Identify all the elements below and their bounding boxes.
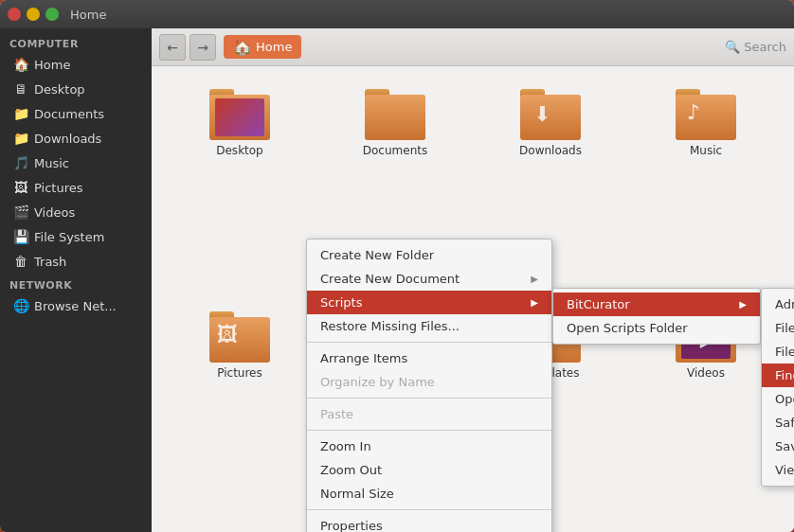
sidebar-item-videos-label: Videos [34, 205, 75, 220]
menu-organize: Organize by Name [307, 370, 551, 394]
videos-icon: 🎬 [13, 204, 28, 220]
folder-icon-music: ♪ [676, 89, 736, 140]
sidebar-item-desktop[interactable]: 🖥 Desktop [4, 78, 148, 100]
sidebar-item-pictures[interactable]: 🖼 Pictures [4, 176, 148, 199]
context-menu-bitcurator: Admin File Analysis FileInfo Find Files … [761, 288, 794, 487]
menu-zoom-out[interactable]: Zoom Out [307, 458, 551, 482]
main-window: Home Computer 🏠 Home 🖥 Desktop 📁 Documen… [0, 0, 794, 532]
toolbar: ← → 🏠 Home 🔍 Search [152, 28, 794, 66]
file-item-pictures[interactable]: 🖼 Pictures [167, 304, 313, 517]
file-item-music[interactable]: ♪ Music [633, 81, 779, 294]
file-label-videos: Videos [687, 366, 725, 380]
folder-icon-downloads: ⬇ [520, 89, 581, 140]
sidebar-item-trash[interactable]: 🗑 Trash [4, 250, 148, 273]
file-label-pictures: Pictures [217, 366, 262, 380]
file-label-downloads: Downloads [519, 144, 582, 157]
menu-restore[interactable]: Restore Missing Files... [307, 314, 551, 338]
location-bar[interactable]: 🏠 Home [224, 35, 301, 59]
menu-zoom-in[interactable]: Zoom In [307, 434, 551, 458]
scripts-arrow [531, 297, 538, 308]
menu-sep-2 [307, 398, 551, 399]
sidebar-item-home-label: Home [34, 58, 70, 72]
sidebar-computer-label: Computer [0, 32, 152, 52]
create-document-arrow [531, 274, 538, 284]
sidebar: Computer 🏠 Home 🖥 Desktop 📁 Documents 📁 … [0, 28, 152, 532]
menu-save-evidence[interactable]: Save as Evidence [762, 434, 794, 458]
documents-icon: 📁 [13, 106, 28, 121]
menu-fileinfo[interactable]: FileInfo [762, 340, 794, 364]
sidebar-item-filesystem[interactable]: 💾 File System [4, 225, 148, 248]
sidebar-item-downloads-label: Downloads [34, 132, 101, 146]
menu-safe-mount[interactable]: Safe Mount [762, 411, 794, 434]
find-files-label: Find Files [775, 368, 794, 382]
menu-bitcurator[interactable]: BitCurator [553, 293, 760, 316]
minimize-button[interactable] [27, 8, 40, 21]
admin-label: Admin [775, 297, 794, 311]
sidebar-item-pictures-label: Pictures [34, 181, 82, 195]
fileinfo-label: FileInfo [775, 345, 794, 359]
file-label-desktop: Desktop [216, 144, 263, 157]
menu-sep-3 [307, 430, 551, 431]
menu-find-files[interactable]: Find Files [762, 364, 794, 387]
menu-view-file-contents[interactable]: View File Contents [762, 458, 794, 482]
properties-label: Properties [320, 519, 383, 532]
view-file-contents-label: View File Contents [775, 463, 794, 477]
file-analysis-label: File Analysis [775, 321, 794, 335]
maximize-button[interactable] [45, 8, 59, 21]
file-label-documents: Documents [363, 144, 427, 157]
sidebar-item-documents[interactable]: 📁 Documents [4, 102, 148, 125]
menu-sep-1 [307, 342, 551, 343]
organize-label: Organize by Name [320, 375, 435, 389]
sidebar-network-label: Network [0, 274, 152, 293]
zoom-in-label: Zoom In [320, 439, 371, 453]
menu-paste: Paste [307, 402, 551, 426]
menu-properties[interactable]: Properties [307, 514, 551, 532]
scripts-label: Scripts [320, 295, 362, 310]
sidebar-item-documents-label: Documents [34, 107, 104, 121]
search-area[interactable]: 🔍 Search [725, 40, 786, 54]
open-scripts-label: Open Scripts Folder [567, 321, 688, 335]
search-icon: 🔍 [725, 40, 740, 54]
home-icon: 🏠 [13, 57, 28, 72]
sidebar-item-videos[interactable]: 🎬 Videos [4, 201, 148, 223]
sidebar-item-trash-label: Trash [34, 255, 66, 269]
sidebar-item-network-label: Browse Net... [34, 299, 117, 313]
menu-admin[interactable]: Admin [762, 293, 794, 316]
desktop-icon: 🖥 [13, 81, 28, 97]
close-button[interactable] [8, 8, 21, 21]
sidebar-item-downloads[interactable]: 📁 Downloads [4, 127, 148, 150]
folder-icon-documents [365, 89, 425, 140]
sidebar-item-browse-network[interactable]: 🌐 Browse Net... [4, 294, 148, 317]
file-label-music: Music [690, 144, 722, 157]
trash-icon: 🗑 [13, 254, 28, 269]
paste-label: Paste [320, 407, 353, 421]
forward-button[interactable]: → [189, 34, 216, 61]
menu-create-document[interactable]: Create New Document [307, 267, 551, 291]
back-button[interactable]: ← [159, 34, 186, 61]
pictures-icon: 🖼 [13, 180, 28, 195]
menu-create-folder[interactable]: Create New Folder [307, 243, 551, 267]
bitcurator-label: BitCurator [567, 297, 630, 311]
menu-sep-4 [307, 509, 551, 510]
menu-scripts[interactable]: Scripts [307, 291, 551, 314]
arrange-label: Arrange Items [320, 351, 407, 365]
sidebar-item-home[interactable]: 🏠 Home [4, 53, 148, 76]
menu-normal-size[interactable]: Normal Size [307, 482, 551, 505]
menu-open-scripts-folder[interactable]: Open Scripts Folder [553, 316, 760, 340]
menu-arrange[interactable]: Arrange Items [307, 346, 551, 370]
context-menu-main: Create New Folder Create New Document Sc… [306, 239, 552, 532]
main-layout: Computer 🏠 Home 🖥 Desktop 📁 Documents 📁 … [0, 28, 794, 532]
sidebar-item-music-label: Music [34, 156, 69, 170]
menu-open-browser-root[interactable]: Open Browser as Root [762, 387, 794, 411]
folder-icon-desktop [209, 89, 270, 140]
window-title: Home [70, 8, 106, 22]
menu-file-analysis[interactable]: File Analysis [762, 316, 794, 340]
file-item-desktop[interactable]: Desktop [167, 81, 313, 294]
sidebar-item-desktop-label: Desktop [34, 82, 85, 97]
sidebar-item-music[interactable]: 🎵 Music [4, 151, 148, 174]
sidebar-item-filesystem-label: File System [34, 230, 104, 244]
open-browser-root-label: Open Browser as Root [775, 392, 794, 406]
search-label: Search [744, 40, 786, 54]
location-label: Home [256, 40, 292, 54]
downloads-icon: 📁 [13, 131, 28, 146]
